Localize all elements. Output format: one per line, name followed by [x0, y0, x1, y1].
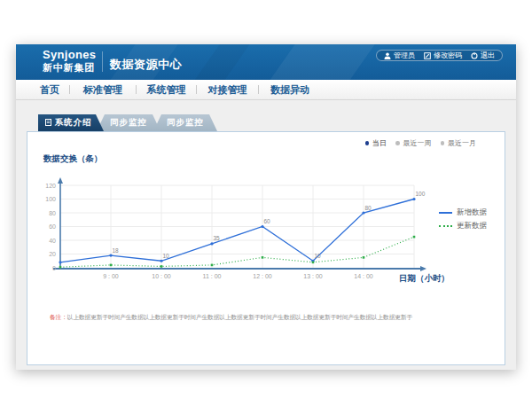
data-point [261, 225, 263, 228]
logout-button[interactable]: 退出 [471, 51, 495, 60]
data-point [110, 264, 113, 267]
nav-item-data-change[interactable]: 数据异动 [259, 83, 321, 97]
data-point [160, 260, 162, 262]
data-point [160, 265, 163, 268]
nav-item-standard-mgmt[interactable]: 标准管理 [70, 83, 136, 97]
x-axis-arrow-icon [420, 266, 426, 271]
tab-label: 同步监控 [110, 117, 147, 129]
tab-label: 系统介绍 [55, 117, 92, 129]
legend-item-new-data: 新增数据 [439, 207, 487, 217]
data-point [362, 211, 364, 214]
x-tick-label: 11 : 00 [203, 273, 222, 279]
data-point-label: 80 [365, 205, 372, 211]
x-tick-label: 9 : 00 [103, 273, 119, 279]
data-point [312, 262, 315, 264]
tab-label: 同步监控 [167, 117, 204, 129]
data-point [210, 242, 213, 245]
x-tick-label: 10 : 00 [152, 273, 171, 279]
x-tick-label: 12 : 00 [253, 273, 272, 279]
logout-label: 退出 [481, 51, 495, 60]
main-nav: 首页 标准管理 系统管理 对接管理 数据异动 [16, 80, 516, 100]
data-point-label: 18 [113, 247, 120, 254]
data-point [59, 266, 62, 269]
nav-item-home[interactable]: 首页 [30, 83, 69, 97]
change-password-label: 修改密码 [434, 51, 462, 60]
user-menu[interactable]: 管理员 [384, 51, 415, 60]
footnote: 备注：以上数据更新于时间产生数据以上数据更新于时间产生数据以上数据更新于时间产生… [50, 313, 412, 322]
data-point [262, 256, 264, 259]
data-point-label: 60 [264, 218, 271, 224]
document-icon [45, 118, 51, 128]
user-label: 管理员 [394, 51, 415, 60]
edit-icon [424, 52, 431, 59]
tab-system-intro[interactable]: 系统介绍 [38, 114, 104, 131]
y-tick-label: 40 [49, 238, 56, 244]
data-point [363, 256, 365, 259]
y-tick-label: 80 [49, 210, 56, 216]
header-stripe [262, 44, 382, 80]
y-tick-label: 20 [49, 251, 56, 257]
data-point [412, 198, 415, 200]
content-panel: 当日 最近一周 最近一月 数据交换（条） 0204060801001209 : … [27, 131, 505, 365]
data-point [59, 261, 61, 263]
data-point-label: 10 [163, 253, 170, 259]
chart-legend: 新增数据 更新数据 [439, 207, 487, 231]
change-password-button[interactable]: 修改密码 [424, 51, 462, 60]
y-tick-label: 100 [45, 196, 56, 202]
nav-item-interface-mgmt[interactable]: 对接管理 [197, 83, 258, 97]
brand-logo: Synjones 新中新集团 [43, 49, 96, 73]
data-point [109, 254, 112, 256]
x-tick-label: 13 : 00 [303, 273, 323, 279]
data-point-label: 35 [214, 235, 221, 241]
legend-item-updated-data: 更新数据 [439, 221, 487, 231]
y-axis-arrow-icon [58, 177, 63, 184]
tab-sync-monitor-1[interactable]: 同步监控 [97, 114, 160, 131]
data-point [211, 264, 214, 267]
app-header: Synjones 新中新集团 数据资源中心 管理员 修改密码 退出 [16, 44, 516, 80]
y-tick-label: 120 [45, 183, 56, 189]
data-point [413, 236, 416, 239]
user-bar: 管理员 修改密码 退出 [376, 50, 503, 61]
logout-icon [471, 52, 478, 59]
x-tick-label: 14 : 00 [354, 273, 373, 279]
header-divider [102, 51, 103, 72]
footnote-text: 以上数据更新于时间产生数据以上数据更新于时间产生数据以上数据更新于时间产生数据以… [67, 314, 412, 320]
tab-sync-monitor-2[interactable]: 同步监控 [153, 114, 217, 131]
brand-logo-en: Synjones [43, 49, 96, 60]
y-tick-label: 0 [52, 265, 56, 271]
brand-logo-cn: 新中新集团 [43, 63, 96, 73]
app-window: Synjones 新中新集团 数据资源中心 管理员 修改密码 退出 首页 标准管… [16, 44, 516, 370]
nav-item-system-mgmt[interactable]: 系统管理 [137, 83, 196, 97]
chart-x-axis-title: 日期（小时） [399, 273, 450, 285]
line-chart: 0204060801001209 : 0010 : 0011 : 0012 : … [27, 132, 505, 364]
data-point-label: 100 [416, 191, 426, 197]
user-icon [384, 52, 391, 59]
page-title: 数据资源中心 [110, 57, 182, 73]
dotted-line-icon [439, 225, 452, 227]
data-point-label: 10 [315, 253, 322, 259]
tab-bar: 系统介绍 同步监控 同步监控 [38, 114, 217, 131]
y-tick-label: 60 [49, 223, 56, 230]
footnote-label: 备注： [50, 314, 67, 320]
header-stripe [186, 44, 257, 80]
solid-line-icon [439, 212, 452, 214]
